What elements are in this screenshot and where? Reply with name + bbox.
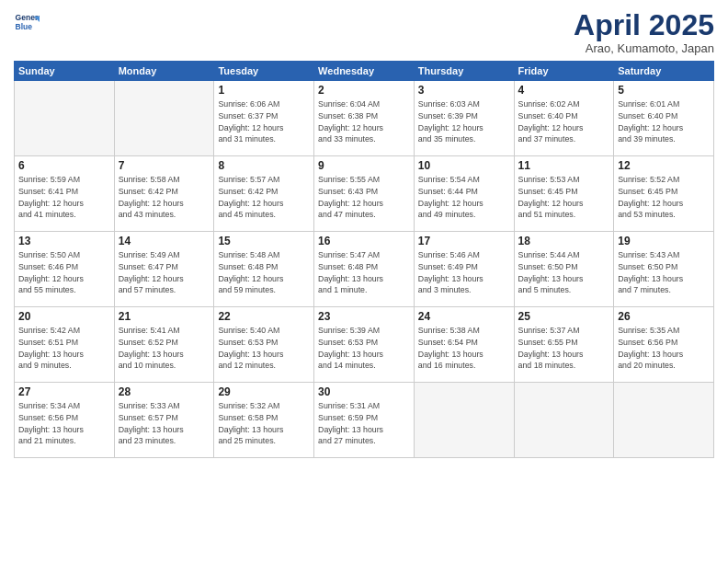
day-number: 9 <box>318 159 410 172</box>
calendar-cell <box>15 81 115 156</box>
day-info: Sunrise: 6:01 AM Sunset: 6:40 PM Dayligh… <box>618 98 710 145</box>
day-info: Sunrise: 5:40 AM Sunset: 6:53 PM Dayligh… <box>218 325 310 372</box>
calendar-cell: 18Sunrise: 5:44 AM Sunset: 6:50 PM Dayli… <box>514 232 614 307</box>
day-number: 29 <box>218 385 310 398</box>
calendar-cell: 28Sunrise: 5:33 AM Sunset: 6:57 PM Dayli… <box>114 383 214 458</box>
calendar-cell: 8Sunrise: 5:57 AM Sunset: 6:42 PM Daylig… <box>214 156 314 232</box>
day-number: 30 <box>318 385 410 398</box>
day-number: 25 <box>518 310 610 323</box>
day-number: 2 <box>318 84 410 97</box>
calendar-title: April 2025 <box>574 9 714 41</box>
svg-text:Blue: Blue <box>16 22 33 31</box>
calendar-cell: 29Sunrise: 5:32 AM Sunset: 6:58 PM Dayli… <box>214 383 314 458</box>
day-number: 1 <box>218 84 310 97</box>
day-info: Sunrise: 5:42 AM Sunset: 6:51 PM Dayligh… <box>18 325 110 372</box>
calendar-cell: 4Sunrise: 6:02 AM Sunset: 6:40 PM Daylig… <box>514 81 614 156</box>
calendar-cell: 11Sunrise: 5:53 AM Sunset: 6:45 PM Dayli… <box>514 156 614 232</box>
calendar-cell: 2Sunrise: 6:04 AM Sunset: 6:38 PM Daylig… <box>314 81 415 156</box>
day-number: 19 <box>618 235 710 247</box>
weekday-header-row: SundayMondayTuesdayWednesdayThursdayFrid… <box>15 62 714 81</box>
calendar-cell: 22Sunrise: 5:40 AM Sunset: 6:53 PM Dayli… <box>214 307 314 383</box>
week-row-2: 6Sunrise: 5:59 AM Sunset: 6:41 PM Daylig… <box>15 156 714 232</box>
day-number: 11 <box>518 159 610 172</box>
day-info: Sunrise: 5:49 AM Sunset: 6:47 PM Dayligh… <box>119 249 210 296</box>
day-info: Sunrise: 5:38 AM Sunset: 6:54 PM Dayligh… <box>418 325 510 372</box>
day-info: Sunrise: 5:48 AM Sunset: 6:48 PM Dayligh… <box>218 249 310 296</box>
day-number: 4 <box>518 84 610 97</box>
calendar-cell: 5Sunrise: 6:01 AM Sunset: 6:40 PM Daylig… <box>614 81 714 156</box>
logo-icon: General Blue <box>14 9 40 35</box>
calendar-cell: 10Sunrise: 5:54 AM Sunset: 6:44 PM Dayli… <box>414 156 514 232</box>
calendar-cell: 3Sunrise: 6:03 AM Sunset: 6:39 PM Daylig… <box>414 81 514 156</box>
calendar-cell: 30Sunrise: 5:31 AM Sunset: 6:59 PM Dayli… <box>314 383 415 458</box>
day-info: Sunrise: 5:47 AM Sunset: 6:48 PM Dayligh… <box>318 249 410 296</box>
day-info: Sunrise: 5:39 AM Sunset: 6:53 PM Dayligh… <box>318 325 410 372</box>
day-number: 10 <box>418 159 510 172</box>
day-number: 22 <box>218 310 310 323</box>
calendar-cell: 9Sunrise: 5:55 AM Sunset: 6:43 PM Daylig… <box>314 156 415 232</box>
calendar-cell <box>514 383 614 458</box>
calendar-cell <box>614 383 714 458</box>
day-info: Sunrise: 5:34 AM Sunset: 6:56 PM Dayligh… <box>18 400 110 447</box>
day-number: 28 <box>119 385 210 398</box>
day-info: Sunrise: 6:02 AM Sunset: 6:40 PM Dayligh… <box>518 98 610 145</box>
calendar-cell: 12Sunrise: 5:52 AM Sunset: 6:45 PM Dayli… <box>614 156 714 232</box>
day-info: Sunrise: 5:57 AM Sunset: 6:42 PM Dayligh… <box>218 174 310 221</box>
calendar-cell: 6Sunrise: 5:59 AM Sunset: 6:41 PM Daylig… <box>15 156 115 232</box>
calendar-cell: 7Sunrise: 5:58 AM Sunset: 6:42 PM Daylig… <box>114 156 214 232</box>
day-number: 6 <box>18 159 110 172</box>
calendar-cell: 20Sunrise: 5:42 AM Sunset: 6:51 PM Dayli… <box>15 307 115 383</box>
day-info: Sunrise: 5:31 AM Sunset: 6:59 PM Dayligh… <box>318 400 410 447</box>
day-number: 17 <box>418 235 510 247</box>
weekday-saturday: Saturday <box>614 62 714 81</box>
calendar-cell <box>414 383 514 458</box>
day-info: Sunrise: 5:46 AM Sunset: 6:49 PM Dayligh… <box>418 249 510 296</box>
day-number: 24 <box>418 310 510 323</box>
calendar-cell: 27Sunrise: 5:34 AM Sunset: 6:56 PM Dayli… <box>15 383 115 458</box>
day-info: Sunrise: 5:54 AM Sunset: 6:44 PM Dayligh… <box>418 174 510 221</box>
day-number: 7 <box>119 159 210 172</box>
weekday-wednesday: Wednesday <box>314 62 415 81</box>
day-number: 3 <box>418 84 510 97</box>
weekday-thursday: Thursday <box>414 62 514 81</box>
day-info: Sunrise: 5:55 AM Sunset: 6:43 PM Dayligh… <box>318 174 410 221</box>
day-info: Sunrise: 6:03 AM Sunset: 6:39 PM Dayligh… <box>418 98 510 145</box>
title-block: April 2025 Arao, Kumamoto, Japan <box>574 9 714 55</box>
day-info: Sunrise: 6:04 AM Sunset: 6:38 PM Dayligh… <box>318 98 410 145</box>
calendar-cell: 21Sunrise: 5:41 AM Sunset: 6:52 PM Dayli… <box>114 307 214 383</box>
day-info: Sunrise: 5:32 AM Sunset: 6:58 PM Dayligh… <box>218 400 310 447</box>
day-number: 23 <box>318 310 410 323</box>
day-info: Sunrise: 5:37 AM Sunset: 6:55 PM Dayligh… <box>518 325 610 372</box>
calendar-cell: 25Sunrise: 5:37 AM Sunset: 6:55 PM Dayli… <box>514 307 614 383</box>
day-info: Sunrise: 5:33 AM Sunset: 6:57 PM Dayligh… <box>119 400 210 447</box>
weekday-friday: Friday <box>514 62 614 81</box>
day-number: 5 <box>618 84 710 97</box>
day-number: 12 <box>618 159 710 172</box>
day-number: 13 <box>18 235 110 247</box>
calendar-cell: 13Sunrise: 5:50 AM Sunset: 6:46 PM Dayli… <box>15 232 115 307</box>
day-number: 14 <box>119 235 210 247</box>
day-number: 16 <box>318 235 410 247</box>
weekday-sunday: Sunday <box>15 62 115 81</box>
calendar-cell: 19Sunrise: 5:43 AM Sunset: 6:50 PM Dayli… <box>614 232 714 307</box>
calendar-cell <box>114 81 214 156</box>
day-number: 18 <box>518 235 610 247</box>
calendar-cell: 1Sunrise: 6:06 AM Sunset: 6:37 PM Daylig… <box>214 81 314 156</box>
weekday-monday: Monday <box>114 62 214 81</box>
day-info: Sunrise: 5:58 AM Sunset: 6:42 PM Dayligh… <box>119 174 210 221</box>
week-row-1: 1Sunrise: 6:06 AM Sunset: 6:37 PM Daylig… <box>15 81 714 156</box>
calendar-cell: 17Sunrise: 5:46 AM Sunset: 6:49 PM Dayli… <box>414 232 514 307</box>
day-number: 26 <box>618 310 710 323</box>
day-number: 27 <box>18 385 110 398</box>
calendar-cell: 14Sunrise: 5:49 AM Sunset: 6:47 PM Dayli… <box>114 232 214 307</box>
day-info: Sunrise: 5:50 AM Sunset: 6:46 PM Dayligh… <box>18 249 110 296</box>
week-row-5: 27Sunrise: 5:34 AM Sunset: 6:56 PM Dayli… <box>15 383 714 458</box>
week-row-4: 20Sunrise: 5:42 AM Sunset: 6:51 PM Dayli… <box>15 307 714 383</box>
weekday-tuesday: Tuesday <box>214 62 314 81</box>
calendar-cell: 23Sunrise: 5:39 AM Sunset: 6:53 PM Dayli… <box>314 307 415 383</box>
calendar-container: General Blue April 2025 Arao, Kumamoto, … <box>0 0 728 563</box>
day-info: Sunrise: 6:06 AM Sunset: 6:37 PM Dayligh… <box>218 98 310 145</box>
logo: General Blue <box>14 9 40 35</box>
day-number: 15 <box>218 235 310 247</box>
day-info: Sunrise: 5:43 AM Sunset: 6:50 PM Dayligh… <box>618 249 710 296</box>
